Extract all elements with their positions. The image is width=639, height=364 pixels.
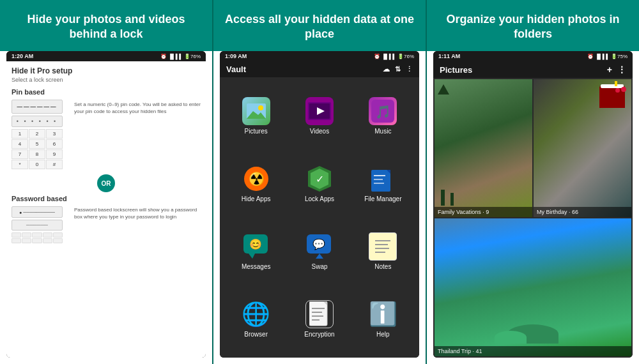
- numpad-6[interactable]: 6: [46, 139, 63, 149]
- folder-thailand-trip[interactable]: Thailand Trip · 41: [435, 218, 631, 356]
- numpad-5[interactable]: 5: [29, 139, 45, 149]
- panel1-heading-text: Hide your photos and videos behind a loc…: [9, 12, 203, 42]
- vault-item-filemanager[interactable]: File Manager: [352, 150, 414, 216]
- svg-marker-22: [316, 254, 323, 259]
- svg-rect-13: [371, 170, 390, 192]
- panel3-heading-text: Organize your hidden photos in folders: [436, 12, 630, 42]
- filter-icon[interactable]: ⇅: [395, 65, 401, 73]
- help-icon: ℹ️: [369, 300, 397, 328]
- vault-item-hideapps[interactable]: ☢️ Hide Apps: [225, 150, 287, 216]
- filemanager-label: File Manager: [364, 195, 401, 202]
- password-field[interactable]: ──────: [12, 220, 63, 231]
- videos-icon: [305, 97, 334, 125]
- pin-input-area: ────── • • • • • • 1 2 3 4 5 6 7 8 9: [12, 100, 69, 169]
- vault-item-swap[interactable]: 💬 Swap: [288, 218, 350, 285]
- numpad-hash[interactable]: #: [46, 160, 63, 169]
- password-input-area: ● ────────── ──────: [12, 206, 69, 243]
- svg-rect-17: [374, 183, 384, 184]
- status-bar-1: 1:20 AM ⏰ ▐▌▌▌ 🔋76%: [6, 51, 206, 61]
- setup-screen: Hide it Pro setup Select a lock screen P…: [6, 61, 206, 358]
- svg-text:✓: ✓: [315, 174, 323, 185]
- pin-dots-display: ──────: [12, 100, 63, 114]
- svg-point-2: [258, 105, 263, 110]
- svg-rect-31: [312, 308, 325, 309]
- swap-label: Swap: [311, 263, 327, 270]
- svg-rect-25: [375, 240, 390, 241]
- vault-item-music[interactable]: 🎵 Music: [352, 82, 414, 149]
- more-options-icon[interactable]: ⋮: [617, 64, 626, 75]
- numpad-8[interactable]: 8: [29, 149, 45, 159]
- setup-subtitle: Select a lock screen: [12, 77, 201, 83]
- pin-description: Set a numeric (0–9) pin code. You will b…: [74, 100, 201, 169]
- time-2: 1:09 AM: [225, 53, 247, 59]
- phone-frame-1: 1:20 AM ⏰ ▐▌▌▌ 🔋76% Hide it Pro setup Se…: [6, 51, 206, 358]
- folder-my-birthday[interactable]: My Birthday · 66: [534, 79, 631, 217]
- notes-icon: [369, 232, 397, 261]
- numpad-9[interactable]: 9: [46, 149, 63, 159]
- folder-family-vacations[interactable]: Family Vacations · 9: [435, 79, 532, 217]
- photos-grid: Family Vacations · 9 My Birthday · 66: [433, 78, 633, 358]
- numpad-4[interactable]: 4: [12, 139, 28, 149]
- numpad-2[interactable]: 2: [29, 129, 45, 139]
- svg-text:💬: 💬: [312, 238, 325, 250]
- panel-pictures: Organize your hidden photos in folders 1…: [427, 0, 639, 364]
- folder-label-thailand: Thailand Trip · 41: [435, 346, 631, 356]
- panel2-heading-text: Access all your hidden data at one place: [222, 12, 417, 42]
- encryption-icon: [305, 300, 334, 328]
- vault-item-encryption[interactable]: Encryption: [288, 286, 350, 353]
- numpad-0[interactable]: 0: [29, 160, 45, 169]
- more-icon[interactable]: ⋮: [406, 65, 413, 73]
- pictures-icons: + ⋮: [607, 64, 626, 75]
- svg-text:🎵: 🎵: [375, 104, 391, 119]
- vault-item-browser[interactable]: 🌐 Browser: [225, 286, 287, 353]
- keyboard-preview: [12, 232, 63, 243]
- numpad-7[interactable]: 7: [12, 149, 28, 159]
- vault-item-pictures[interactable]: Pictures: [225, 82, 287, 149]
- music-label: Music: [374, 128, 391, 135]
- numpad-1[interactable]: 1: [12, 129, 28, 139]
- password-row: ● ────────── ──────: [12, 206, 201, 243]
- swap-icon: 💬: [305, 232, 334, 261]
- vault-grid: Pictures Videos 🎵: [220, 77, 419, 358]
- vault-item-help[interactable]: ℹ️ Help: [352, 286, 414, 353]
- pictures-label: Pictures: [245, 128, 268, 135]
- numpad-3[interactable]: 3: [46, 129, 63, 139]
- hideapps-label: Hide Apps: [242, 195, 271, 202]
- panel-vault: Access all your hidden data at one place…: [213, 0, 426, 364]
- numpad-star[interactable]: *: [12, 160, 28, 169]
- password-section: Password based ● ────────── ──────: [12, 195, 201, 243]
- status-icons-2: ⏰ ▐▌▌▌ 🔋76%: [374, 54, 414, 59]
- or-divider: OR: [97, 174, 115, 192]
- notes-label: Notes: [374, 263, 391, 270]
- pictures-icon: [242, 97, 270, 125]
- numpad: 1 2 3 4 5 6 7 8 9 * 0 #: [12, 129, 63, 169]
- vault-item-videos[interactable]: Videos: [288, 82, 350, 149]
- vault-item-notes[interactable]: Notes: [352, 218, 414, 285]
- status-icons-3: ⏰ ▐▌▌▌ 🔋75%: [587, 54, 627, 59]
- vault-icons: ☁ ⇅ ⋮: [383, 65, 413, 73]
- browser-label: Browser: [244, 331, 268, 338]
- panel3-header: Organize your hidden photos in folders: [427, 0, 639, 51]
- time-1: 1:20 AM: [12, 53, 33, 59]
- svg-rect-28: [375, 252, 385, 253]
- status-bar-3: 1:11 AM ⏰ ▐▌▌▌ 🔋75%: [433, 51, 633, 61]
- password-description: Password based lockscreen will show you …: [74, 206, 201, 243]
- vault-item-lockapps[interactable]: ✓ Lock Apps: [288, 150, 350, 216]
- browser-icon: 🌐: [242, 300, 270, 328]
- svg-text:😊: 😊: [249, 238, 262, 250]
- phone-frame-3: 1:11 AM ⏰ ▐▌▌▌ 🔋75% Pictures + ⋮ Family …: [433, 51, 633, 358]
- filemanager-icon: [369, 165, 397, 193]
- panel2-header: Access all your hidden data at one place: [213, 0, 426, 51]
- pin-entry[interactable]: • • • • • •: [12, 116, 63, 127]
- cloud-icon[interactable]: ☁: [383, 65, 390, 73]
- password-top-bar: ● ──────────: [12, 206, 63, 218]
- svg-rect-32: [312, 312, 322, 313]
- svg-text:☢️: ☢️: [248, 171, 264, 186]
- add-folder-icon[interactable]: +: [607, 64, 612, 75]
- pin-section: ────── • • • • • • 1 2 3 4 5 6 7 8 9: [12, 100, 201, 169]
- svg-marker-19: [249, 254, 255, 259]
- svg-rect-16: [374, 179, 383, 180]
- vault-title: Vault: [226, 64, 246, 74]
- svg-rect-33: [312, 315, 323, 317]
- vault-item-messages[interactable]: 😊 Messages: [225, 218, 287, 285]
